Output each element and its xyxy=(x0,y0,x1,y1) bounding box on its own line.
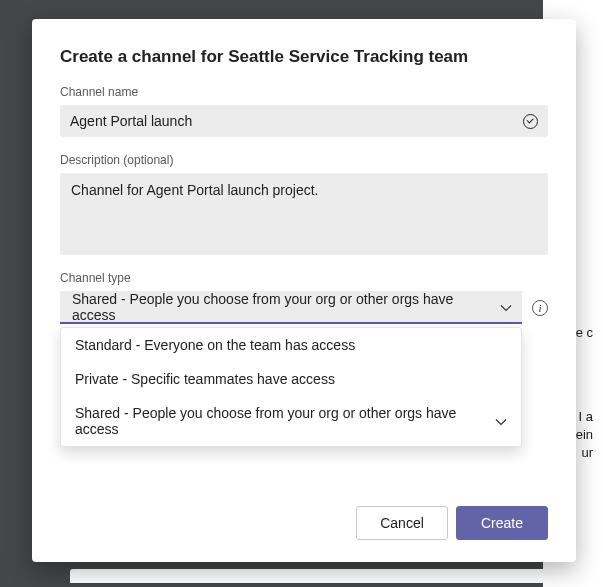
option-private[interactable]: Private - Specific teammates have access xyxy=(61,362,521,396)
check-circle-icon xyxy=(523,114,538,129)
channel-type-selected: Shared - People you choose from your org… xyxy=(72,291,500,323)
description-label: Description (optional) xyxy=(60,153,548,167)
option-label: Private - Specific teammates have access xyxy=(75,371,335,387)
check-icon xyxy=(495,415,507,427)
channel-name-row xyxy=(60,105,548,137)
description-input[interactable] xyxy=(60,173,548,255)
option-label: Shared - People you choose from your org… xyxy=(75,405,495,437)
channel-name-input[interactable] xyxy=(70,113,523,129)
chevron-down-icon xyxy=(500,302,510,312)
dialog-title: Create a channel for Seattle Service Tra… xyxy=(60,47,548,67)
dialog-footer: Cancel Create xyxy=(60,506,548,540)
create-channel-dialog: Create a channel for Seattle Service Tra… xyxy=(32,19,576,562)
option-label: Standard - Everyone on the team has acce… xyxy=(75,337,355,353)
create-button[interactable]: Create xyxy=(456,506,548,540)
cancel-button[interactable]: Cancel xyxy=(356,506,448,540)
channel-type-label: Channel type xyxy=(60,271,548,285)
bg-panel-bottom xyxy=(70,569,573,583)
option-shared[interactable]: Shared - People you choose from your org… xyxy=(61,396,521,446)
channel-name-label: Channel name xyxy=(60,85,548,99)
info-icon[interactable]: i xyxy=(532,300,548,316)
channel-type-dropdown: Standard - Everyone on the team has acce… xyxy=(60,327,522,447)
channel-type-select[interactable]: Shared - People you choose from your org… xyxy=(60,291,522,324)
option-standard[interactable]: Standard - Everyone on the team has acce… xyxy=(61,328,521,362)
